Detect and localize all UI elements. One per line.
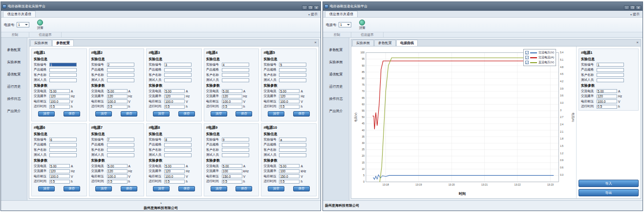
field-input[interactable] — [49, 153, 77, 157]
param-input[interactable] — [279, 169, 300, 173]
hint-button[interactable]: ▾提示 — [630, 12, 641, 17]
ribbon-tab-info-comm[interactable]: 信息显示及通信 — [325, 11, 358, 17]
sidebar-item-6[interactable]: 产品简介 — [323, 105, 349, 117]
clear-button[interactable]: 清空 — [268, 186, 284, 191]
sidebar-item-6[interactable]: 产品简介 — [1, 105, 27, 117]
field-input[interactable] — [164, 68, 192, 72]
field-input[interactable] — [49, 143, 77, 147]
sidebar-item-4[interactable]: 运行历史 — [1, 80, 27, 93]
legend-checkbox[interactable]: ✓ — [525, 56, 529, 59]
field-input[interactable] — [107, 68, 134, 72]
field-input[interactable] — [107, 143, 134, 147]
alarm-clear-button[interactable]: 消警 — [35, 19, 45, 31]
save-button[interactable]: 保存 — [121, 186, 137, 191]
tab-left-2[interactable]: 参数配置 — [52, 40, 74, 46]
clear-button[interactable]: 清空 — [153, 186, 170, 191]
clear-button[interactable]: 清空 — [211, 111, 227, 117]
param-input[interactable] — [107, 164, 128, 168]
field-input[interactable] — [279, 143, 306, 147]
power-number-select[interactable]: 1 — [339, 22, 351, 27]
param-input[interactable] — [597, 99, 617, 103]
save-button[interactable]: 保存 — [64, 186, 80, 191]
param-input[interactable] — [49, 89, 70, 93]
clear-button[interactable]: 清空 — [153, 111, 170, 117]
sidebar-item-1[interactable]: 参数配置 — [1, 44, 27, 56]
param-input[interactable] — [164, 94, 185, 98]
param-input[interactable] — [597, 89, 617, 93]
maximize-button[interactable]: ❐ — [630, 5, 635, 10]
minimize-button[interactable]: ─ — [302, 5, 307, 10]
param-input[interactable] — [222, 105, 242, 109]
param-input[interactable] — [164, 89, 185, 93]
close-button[interactable]: ✕ — [636, 5, 641, 10]
field-input[interactable] — [222, 73, 249, 77]
titlebar[interactable]: 电容器耐压老化实验平台 ─❐✕ — [323, 2, 643, 11]
param-input[interactable] — [222, 99, 242, 103]
sidebar-item-1[interactable]: 参数配置 — [323, 44, 349, 56]
clear-button[interactable]: 清空 — [268, 111, 284, 117]
field-input[interactable] — [49, 73, 77, 77]
param-input[interactable] — [49, 105, 70, 109]
param-input[interactable] — [164, 174, 185, 178]
field-input[interactable] — [164, 63, 192, 67]
param-input[interactable] — [107, 105, 128, 109]
legend-entry[interactable]: ✓交流电流(A) — [525, 55, 554, 60]
sidebar-item-2[interactable]: 实验界面 — [1, 56, 27, 68]
field-input[interactable] — [164, 153, 192, 157]
field-input[interactable] — [107, 78, 134, 82]
ribbon-tab-info-comm[interactable]: 信息显示及通信 — [3, 11, 36, 17]
alarm-clear-button[interactable]: 消警 — [357, 19, 367, 31]
close-button[interactable]: ✕ — [314, 5, 319, 10]
close-pane-icon[interactable]: × — [314, 40, 317, 45]
field-input[interactable] — [222, 68, 249, 72]
field-input[interactable] — [222, 63, 249, 67]
param-input[interactable] — [222, 164, 242, 168]
sidebar-item-2[interactable]: 实验界面 — [323, 56, 349, 68]
tab-right-3[interactable]: 电源曲线 — [396, 40, 418, 46]
field-input[interactable] — [279, 138, 306, 141]
clear-button[interactable]: 清空 — [211, 186, 227, 191]
import-button[interactable]: 导入 — [579, 180, 639, 187]
param-input[interactable] — [49, 99, 70, 103]
param-input[interactable] — [222, 180, 242, 184]
field-input[interactable] — [164, 143, 192, 147]
titlebar[interactable]: 电容器耐压老化实验平台 ─❐✕ — [1, 2, 321, 11]
param-input[interactable] — [222, 94, 242, 98]
param-input[interactable] — [279, 164, 300, 168]
sidebar-item-5[interactable]: 操作日志 — [323, 93, 349, 105]
save-button[interactable]: 保存 — [236, 111, 252, 117]
field-input[interactable] — [107, 148, 134, 152]
save-button[interactable]: 保存 — [293, 186, 310, 191]
field-input[interactable] — [164, 138, 192, 141]
export-button[interactable]: 导出 — [579, 189, 639, 196]
param-input[interactable] — [49, 169, 70, 173]
field-input[interactable] — [222, 153, 249, 157]
field-input[interactable] — [222, 138, 249, 141]
close-pane-icon[interactable]: × — [636, 40, 639, 45]
sidebar-item-3[interactable]: 通信配置 — [323, 68, 349, 80]
clear-button[interactable]: 清空 — [95, 186, 112, 191]
param-input[interactable] — [222, 169, 242, 173]
minimize-button[interactable]: ─ — [624, 5, 629, 10]
param-input[interactable] — [164, 105, 185, 109]
hint-button[interactable]: ▾提示 — [308, 12, 319, 17]
param-input[interactable] — [279, 180, 300, 184]
param-input[interactable] — [49, 174, 70, 178]
param-input[interactable] — [107, 99, 128, 103]
param-input[interactable] — [107, 180, 128, 184]
param-input[interactable] — [222, 174, 242, 178]
param-input[interactable] — [164, 169, 185, 173]
save-button[interactable]: 保存 — [64, 111, 80, 117]
field-input[interactable] — [164, 148, 192, 152]
clear-button[interactable]: 清空 — [95, 111, 112, 117]
param-input[interactable] — [279, 99, 300, 103]
power-number-select[interactable]: 1 — [17, 22, 29, 27]
param-input[interactable] — [597, 105, 617, 109]
field-input[interactable] — [597, 68, 624, 72]
field-input[interactable] — [107, 63, 134, 67]
field-input[interactable] — [107, 153, 134, 157]
field-input[interactable] — [49, 148, 77, 152]
save-button[interactable]: 保存 — [293, 111, 310, 117]
field-input[interactable] — [222, 143, 249, 147]
param-input[interactable] — [107, 174, 128, 178]
